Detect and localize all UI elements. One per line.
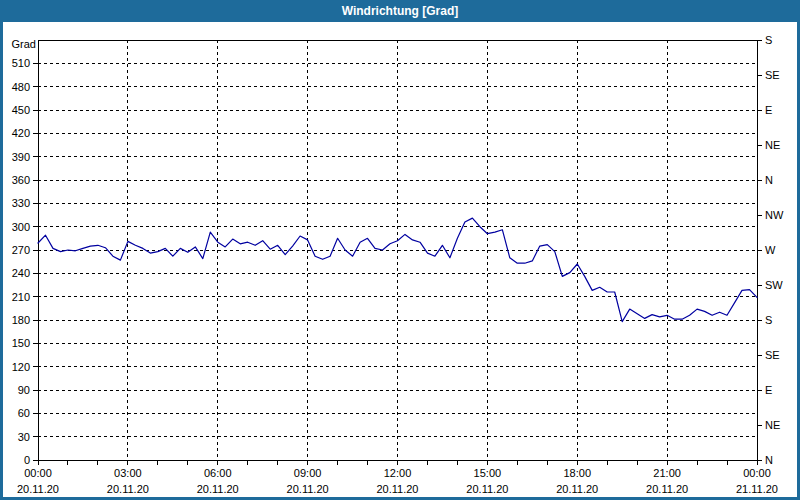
svg-text:S: S	[765, 314, 772, 326]
svg-text:510: 510	[12, 57, 30, 69]
svg-text:210: 210	[12, 291, 30, 303]
svg-text:360: 360	[12, 174, 30, 186]
svg-text:SE: SE	[765, 349, 780, 361]
svg-text:15:00: 15:00	[474, 467, 502, 479]
window-title: Windrichtung [Grad]	[342, 4, 459, 18]
svg-text:N: N	[765, 174, 773, 186]
svg-text:120: 120	[12, 361, 30, 373]
svg-text:21.11.20: 21.11.20	[736, 483, 778, 495]
svg-text:20.11.20: 20.11.20	[466, 483, 508, 495]
svg-text:390: 390	[12, 151, 30, 163]
svg-text:20.11.20: 20.11.20	[197, 483, 239, 495]
svg-text:60: 60	[18, 407, 30, 419]
svg-text:SE: SE	[765, 69, 780, 81]
wind-direction-chart: 0306090120150180210240270300330360390420…	[0, 0, 800, 500]
window-border-left	[0, 0, 3, 500]
svg-text:SW: SW	[765, 279, 783, 291]
svg-text:300: 300	[12, 221, 30, 233]
svg-text:00:00: 00:00	[743, 467, 771, 479]
svg-text:0: 0	[24, 454, 30, 466]
svg-text:03:00: 03:00	[114, 467, 142, 479]
svg-text:21:00: 21:00	[653, 467, 681, 479]
svg-text:480: 480	[12, 81, 30, 93]
svg-text:09:00: 09:00	[294, 467, 322, 479]
svg-text:20.11.20: 20.11.20	[646, 483, 688, 495]
svg-text:E: E	[765, 104, 772, 116]
svg-text:18:00: 18:00	[563, 467, 591, 479]
svg-text:N: N	[765, 454, 773, 466]
svg-text:20.11.20: 20.11.20	[287, 483, 329, 495]
svg-text:12:00: 12:00	[384, 467, 412, 479]
svg-text:20.11.20: 20.11.20	[376, 483, 418, 495]
svg-text:150: 150	[12, 337, 30, 349]
svg-text:E: E	[765, 384, 772, 396]
svg-text:270: 270	[12, 244, 30, 256]
svg-text:30: 30	[18, 431, 30, 443]
svg-text:180: 180	[12, 314, 30, 326]
svg-text:NW: NW	[765, 209, 784, 221]
svg-text:90: 90	[18, 384, 30, 396]
svg-text:20.11.20: 20.11.20	[556, 483, 598, 495]
svg-text:20.11.20: 20.11.20	[17, 483, 59, 495]
svg-text:330: 330	[12, 197, 30, 209]
svg-text:240: 240	[12, 267, 30, 279]
svg-text:NE: NE	[765, 419, 780, 431]
window-titlebar: Windrichtung [Grad]	[0, 0, 800, 22]
svg-text:20.11.20: 20.11.20	[107, 483, 149, 495]
svg-text:06:00: 06:00	[204, 467, 232, 479]
svg-text:00:00: 00:00	[24, 467, 52, 479]
svg-text:W: W	[765, 244, 776, 256]
svg-text:Grad: Grad	[12, 38, 36, 50]
svg-text:S: S	[765, 34, 772, 46]
svg-text:420: 420	[12, 127, 30, 139]
svg-text:450: 450	[12, 104, 30, 116]
svg-text:NE: NE	[765, 139, 780, 151]
